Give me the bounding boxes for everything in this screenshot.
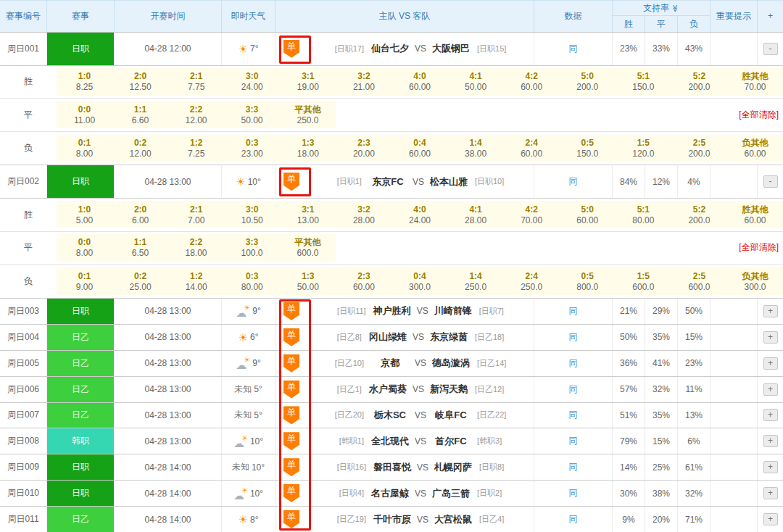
odds-cell[interactable]: 0:19.00 [57, 270, 112, 293]
odds-cell[interactable]: 0:460.00 [392, 137, 447, 159]
odds-cell[interactable]: 2:17.75 [168, 70, 224, 93]
odds-cell[interactable]: 0:011.00 [57, 104, 112, 126]
odds-cell[interactable]: 0:225.00 [112, 270, 168, 293]
league-badge[interactable]: 日乙 [47, 403, 114, 428]
odds-cell[interactable]: 1:318.00 [280, 137, 336, 159]
odds-cell[interactable]: 2:5200.0 [671, 137, 727, 159]
odds-cell[interactable]: 平其他600.0 [280, 236, 336, 259]
league-badge[interactable]: 日乙 [47, 351, 114, 376]
away-team[interactable]: 首尔FC [428, 435, 474, 448]
odds-cell[interactable]: 负其他300.0 [727, 270, 783, 293]
data-link[interactable]: 同 [569, 305, 578, 317]
odds-cell[interactable]: 4:150.00 [448, 70, 504, 93]
odds-cell[interactable]: 1:5120.0 [616, 137, 671, 159]
odds-cell[interactable]: 1:16.50 [112, 236, 168, 259]
odds-cell[interactable]: 2:320.00 [336, 137, 392, 159]
data-link[interactable]: 同 [569, 487, 578, 499]
toggle-odds-button[interactable]: + [763, 513, 778, 525]
odds-cell[interactable]: 1:08.25 [57, 70, 112, 93]
odds-cell[interactable]: 3:228.00 [336, 204, 392, 226]
odds-cell[interactable]: 0:08.00 [57, 236, 112, 259]
home-team[interactable]: 磐田喜悦 [369, 461, 415, 474]
away-team[interactable]: 东京绿茵 [426, 331, 472, 344]
data-link[interactable]: 同 [569, 513, 578, 525]
data-link[interactable]: 同 [569, 383, 578, 396]
away-team[interactable]: 川崎前锋 [430, 304, 476, 317]
away-team[interactable]: 大阪钢巴 [428, 42, 474, 55]
clear-all-link[interactable]: [全部清除] [739, 109, 779, 121]
support-rate-sort[interactable]: 支持率 ≫ [613, 1, 710, 16]
odds-cell[interactable]: 3:113.00 [280, 204, 336, 226]
odds-cell[interactable]: 3:3100.0 [224, 236, 280, 259]
odds-cell[interactable]: 2:460.00 [504, 137, 560, 159]
odds-cell[interactable]: 5:060.00 [560, 204, 616, 226]
league-badge[interactable]: 日职 [47, 33, 114, 65]
league-badge[interactable]: 日乙 [47, 325, 114, 350]
league-badge[interactable]: 日职 [47, 165, 114, 198]
odds-cell[interactable]: 胜其他60.00 [727, 204, 783, 226]
odds-cell[interactable]: 2:218.00 [168, 236, 224, 259]
odds-cell[interactable]: 1:214.00 [168, 270, 224, 293]
odds-cell[interactable]: 0:5150.0 [560, 137, 616, 159]
odds-cell[interactable]: 1:16.60 [112, 104, 168, 126]
toggle-odds-button[interactable]: + [763, 383, 778, 396]
odds-cell[interactable]: 1:27.25 [168, 137, 224, 159]
toggle-odds-button[interactable]: + [763, 461, 778, 473]
toggle-odds-button[interactable]: + [763, 357, 778, 370]
home-team[interactable]: 仙台七夕 [367, 42, 413, 55]
data-link[interactable]: 同 [569, 435, 578, 447]
odds-cell[interactable]: 0:380.00 [224, 270, 280, 293]
odds-cell[interactable]: 胜其他70.00 [727, 70, 783, 93]
odds-cell[interactable]: 5:0200.0 [560, 70, 616, 93]
league-badge[interactable]: 日职 [47, 299, 114, 324]
odds-cell[interactable]: 4:128.00 [448, 204, 504, 226]
odds-cell[interactable]: 0:212.00 [112, 137, 168, 159]
odds-cell[interactable]: 0:18.00 [57, 137, 112, 159]
data-link[interactable]: 同 [569, 43, 578, 55]
odds-cell[interactable]: 0:323.00 [224, 137, 280, 159]
league-badge[interactable]: 日职 [47, 454, 114, 480]
league-badge[interactable]: 日乙 [47, 507, 114, 532]
odds-cell[interactable]: 5:2200.0 [671, 204, 727, 226]
away-team[interactable]: 岐阜FC [428, 409, 474, 422]
odds-cell[interactable]: 1:350.00 [280, 270, 336, 293]
odds-cell[interactable]: 1:05.00 [57, 204, 112, 226]
odds-cell[interactable]: 5:180.00 [616, 204, 671, 226]
toggle-odds-button[interactable]: + [763, 487, 778, 499]
home-team[interactable]: 冈山绿雉 [365, 331, 411, 344]
odds-cell[interactable]: 1:438.00 [448, 137, 504, 159]
away-team[interactable]: 松本山雅 [426, 175, 472, 188]
toggle-odds-button[interactable]: + [763, 305, 778, 317]
data-link[interactable]: 同 [569, 409, 578, 421]
data-link[interactable]: 同 [569, 175, 578, 188]
odds-cell[interactable]: 2:5600.0 [671, 270, 727, 293]
league-badge[interactable]: 韩职 [47, 428, 114, 454]
home-team[interactable]: 神户胜利 [369, 304, 415, 317]
odds-cell[interactable]: 1:5600.0 [616, 270, 671, 293]
league-badge[interactable]: 日乙 [47, 377, 114, 402]
away-team[interactable]: 大宫松鼠 [430, 513, 476, 526]
home-team[interactable]: 全北现代 [367, 435, 413, 448]
odds-cell[interactable]: 1:4250.0 [448, 270, 504, 293]
home-team[interactable]: 京都 [367, 357, 413, 370]
odds-cell[interactable]: 负其他60.00 [727, 137, 783, 159]
toggle-odds-button[interactable]: - [763, 175, 778, 188]
league-badge[interactable]: 日职 [47, 481, 114, 506]
away-team[interactable]: 德岛漩涡 [428, 357, 474, 370]
odds-cell[interactable]: 4:024.00 [392, 204, 447, 226]
toggle-odds-button[interactable]: + [763, 435, 778, 447]
away-team[interactable]: 新泻天鹅 [426, 383, 472, 396]
odds-cell[interactable]: 2:212.00 [168, 104, 224, 126]
home-team[interactable]: 千叶市原 [369, 513, 415, 526]
odds-cell[interactable]: 2:012.50 [112, 70, 168, 93]
data-link[interactable]: 同 [569, 357, 578, 370]
odds-cell[interactable]: 0:5800.0 [560, 270, 616, 293]
clear-all-link[interactable]: [全部清除] [739, 241, 779, 254]
odds-cell[interactable]: 3:010.50 [224, 204, 280, 226]
home-team[interactable]: 名古屋鲸 [367, 487, 413, 500]
data-link[interactable]: 同 [569, 331, 578, 344]
toggle-odds-button[interactable]: - [763, 43, 778, 55]
odds-cell[interactable]: 2:360.00 [336, 270, 392, 293]
odds-cell[interactable]: 4:260.00 [504, 70, 560, 93]
odds-cell[interactable]: 2:17.00 [168, 204, 224, 226]
